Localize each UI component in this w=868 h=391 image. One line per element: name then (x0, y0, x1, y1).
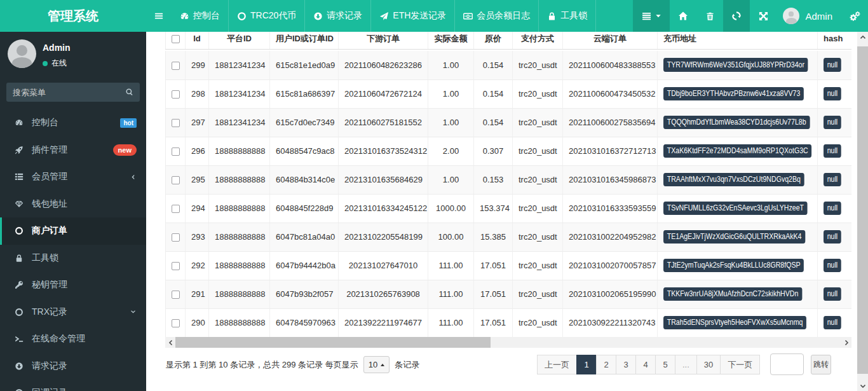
page-button-30[interactable]: 30 (696, 355, 721, 374)
column-header-云端订单[interactable]: 云端订单 (563, 32, 658, 49)
cell-price: 17.051 (474, 251, 513, 280)
app-title[interactable]: 管理系统 (0, 0, 146, 32)
prev-page-button[interactable]: 上一页 (537, 355, 577, 374)
row-checkbox[interactable] (172, 291, 180, 299)
address-badge[interactable]: TXaK6KtdFF2e72MDD4saMM9oRP1QXotG3C (663, 144, 811, 158)
page-button-2[interactable]: 2 (596, 355, 616, 374)
sidebar-item-1[interactable]: 控制台hot (0, 109, 146, 137)
cell-cloud_order: 2021031016372712713 (563, 137, 658, 165)
row-checkbox[interactable] (172, 90, 180, 99)
nav-item-1[interactable]: 控制台 (172, 0, 229, 32)
address-badge[interactable]: TKKFw3nrUA8jXMuAfzhDcnC72skikhHVDn (663, 287, 802, 301)
sidebar-item-11[interactable]: 回调记录 (0, 380, 146, 391)
scroll-up-arrow-icon[interactable] (857, 32, 868, 43)
hash-badge[interactable]: null (824, 259, 841, 273)
nav-item-label: 会员余额日志 (477, 10, 530, 22)
page-button-1[interactable]: 1 (576, 355, 597, 374)
hash-badge[interactable]: null (824, 287, 841, 301)
row-checkbox[interactable] (172, 205, 180, 213)
scroll-right-arrow-icon[interactable] (841, 337, 851, 348)
sidebar-item-8[interactable]: TRX记录 (0, 299, 146, 326)
nav-item-3[interactable]: 请求记录 (305, 0, 371, 32)
page-size-dropdown[interactable]: 10 (363, 356, 390, 373)
select-all-checkbox[interactable] (172, 35, 180, 43)
user-menu[interactable]: Admin (776, 0, 841, 32)
page-button-...[interactable]: ... (675, 355, 697, 374)
address-badge[interactable]: TJtE2ymTuqAk2sFsqKu4BkLLUc8GR8fQSP (663, 259, 804, 273)
row-checkbox[interactable] (172, 262, 180, 270)
hash-badge[interactable]: null (824, 173, 841, 187)
nav-item-2[interactable]: TRC20代币 (229, 0, 305, 32)
tachometer-icon (180, 11, 189, 21)
address-badge[interactable]: TE1AgEJivTjWzXdGicG6uQULTRXRkaAkK4 (663, 230, 805, 244)
column-header-Id[interactable]: Id (186, 32, 209, 49)
address-badge[interactable]: TDbj9boER3YTHAbvzPBznw6v41xza8VV73 (663, 87, 804, 101)
column-header-平台ID[interactable]: 平台ID (209, 32, 270, 49)
row-checkbox[interactable] (172, 119, 180, 127)
column-header-充币地址[interactable]: 充币地址 (658, 32, 818, 49)
address-badge[interactable]: TQQQhmDdYfLbmWea38CYD1dcjs6Uv77L8b (663, 116, 810, 130)
hash-badge[interactable]: null (824, 230, 841, 244)
jump-button[interactable]: 跳转 (811, 355, 831, 374)
home-button[interactable] (670, 0, 696, 32)
scroll-down-arrow-icon[interactable] (857, 380, 868, 391)
sidebar-toggle-button[interactable] (146, 0, 172, 32)
sidebar-item-4[interactable]: 钱包地址 (0, 191, 146, 218)
nav-item-5[interactable]: 会员余额日志 (455, 0, 539, 32)
hash-badge[interactable]: null (824, 316, 841, 330)
refresh-button[interactable] (723, 0, 750, 32)
cell-down_order: 20211060472672124 (339, 79, 428, 108)
address-badge[interactable]: TRAAhftMxX7vu3qn7VxsDCzUt9NDGvq2Bq (663, 173, 804, 187)
cell-user_order_id: 6048845f228d9 (270, 194, 339, 223)
nav-item-4[interactable]: ETH发送记录 (371, 0, 455, 32)
search-input[interactable] (6, 88, 119, 97)
hash-badge[interactable]: null (824, 144, 841, 158)
hash-badge[interactable]: null (824, 58, 841, 72)
jump-page-input[interactable] (770, 353, 804, 375)
sidebar-item-3[interactable]: 会员管理 (0, 163, 146, 191)
scroll-left-arrow-icon[interactable] (165, 337, 176, 348)
column-header-下游订单[interactable]: 下游订单 (339, 32, 428, 49)
hash-badge[interactable]: null (824, 116, 841, 130)
row-checkbox[interactable] (172, 319, 180, 327)
row-checkbox[interactable] (172, 233, 180, 242)
search-icon[interactable] (119, 88, 140, 97)
column-header-原价[interactable]: 原价 (474, 32, 513, 49)
page-button-4[interactable]: 4 (635, 355, 656, 374)
settings-button[interactable] (841, 0, 868, 32)
user-status[interactable]: 在线 (43, 58, 71, 69)
list-dropdown-button[interactable] (633, 0, 670, 32)
sidebar-item-6[interactable]: 工具锁 (0, 245, 146, 272)
column-header-实际金额[interactable]: 实际金额 (428, 32, 474, 49)
page-button-3[interactable]: 3 (616, 355, 636, 374)
address-badge[interactable]: TRah5dENSprsVtyeh5HeoFVXwXs5uMcnmq (663, 316, 806, 330)
sidebar-item-2[interactable]: 插件管理new (0, 137, 146, 164)
cell-id: 290 (186, 308, 209, 337)
cell-amount: 1.00 (428, 51, 474, 79)
vertical-scrollbar[interactable] (857, 32, 868, 391)
trash-button[interactable] (696, 0, 723, 32)
row-checkbox[interactable] (172, 176, 180, 184)
sidebar-item-7[interactable]: 秘钥管理 (0, 271, 146, 299)
sidebar-item-5[interactable]: 商户订单 (0, 217, 146, 245)
fullscreen-button[interactable] (750, 0, 776, 32)
address-badge[interactable]: TSvNFUMLL6zG32vEnSAevc3LgUsLYHzeeT (663, 202, 808, 216)
sidebar-item-9[interactable]: 在线命令管理 (0, 326, 146, 353)
sidebar-item-10[interactable]: 请求记录 (0, 353, 146, 380)
address-badge[interactable]: TYR7WfRWm6WeV351GfqjxUJ88YPRrD34or (663, 58, 808, 72)
column-header-支付方式[interactable]: 支付方式 (513, 32, 563, 49)
horizontal-scrollbar-thumb[interactable] (175, 337, 491, 348)
vertical-scrollbar-thumb[interactable] (857, 46, 868, 374)
next-page-button[interactable]: 下一页 (720, 355, 760, 374)
hot-badge: hot (120, 118, 137, 128)
row-checkbox[interactable] (172, 147, 180, 156)
nav-item-6[interactable]: 工具锁 (539, 0, 596, 32)
page-button-5[interactable]: 5 (655, 355, 675, 374)
cell-down_order: 2021310265763908 (339, 280, 428, 308)
column-header-hash[interactable]: hash (818, 32, 852, 49)
row-checkbox[interactable] (172, 62, 180, 70)
horizontal-scrollbar[interactable] (165, 337, 851, 348)
column-header-用户ID或订单ID[interactable]: 用户ID或订单ID (270, 32, 339, 49)
hash-badge[interactable]: null (824, 87, 841, 101)
hash-badge[interactable]: null (824, 202, 841, 216)
